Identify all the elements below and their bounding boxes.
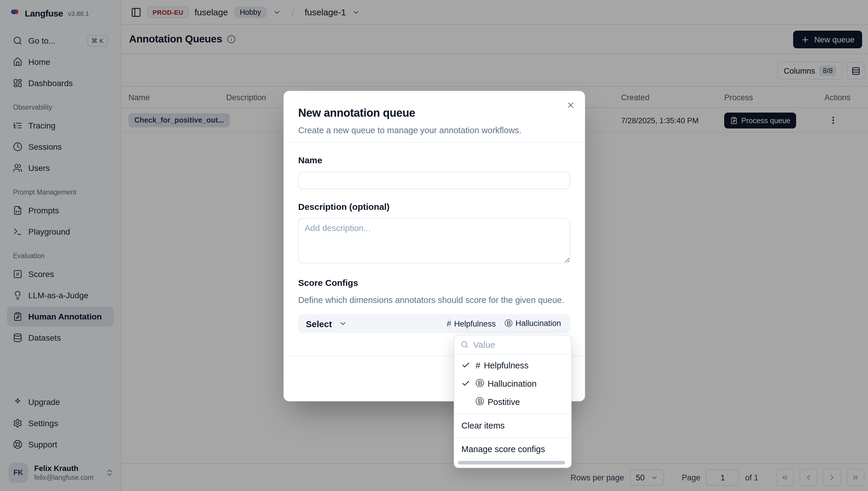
option-label: Helpfulness: [484, 360, 529, 370]
dropdown-search-row: [454, 336, 571, 354]
queue-name-input[interactable]: [298, 172, 570, 189]
score-configs-dropdown: # Helpfulness Ⓑ Hallucination Ⓑ Postitiv…: [454, 335, 572, 468]
score-configs-select[interactable]: Select #Helpfulness ⒷHallucination: [298, 314, 570, 333]
select-trigger[interactable]: Select: [298, 319, 355, 328]
name-field-label: Name: [298, 155, 570, 166]
manage-score-configs-button[interactable]: Manage score configs: [454, 438, 571, 460]
boolean-type-icon: Ⓑ: [476, 396, 484, 407]
selected-config-hallucination: ⒷHallucination: [504, 318, 561, 329]
horizontal-scrollbar-thumb[interactable]: [458, 461, 565, 464]
option-label: Hallucination: [488, 379, 537, 388]
option-label: Postitive: [488, 397, 520, 406]
numeric-type-icon: #: [476, 360, 480, 370]
dialog-subtitle: Create a new queue to manage your annota…: [298, 124, 570, 136]
selected-config-label: Hallucination: [515, 319, 561, 328]
option-hallucination[interactable]: Ⓑ Hallucination: [454, 374, 571, 393]
option-postitive[interactable]: Ⓑ Postitive: [454, 393, 571, 411]
boolean-type-icon: Ⓑ: [504, 319, 512, 328]
clear-items-button[interactable]: Clear items: [454, 414, 571, 437]
select-label: Select: [306, 319, 332, 328]
score-configs-label: Score Configs: [298, 278, 570, 288]
select-divider: [449, 318, 450, 329]
dialog-title: New annotation queue: [298, 106, 570, 121]
description-field-label: Description (optional): [298, 202, 570, 212]
queue-description-textarea[interactable]: [298, 218, 570, 263]
dropdown-options: # Helpfulness Ⓑ Hallucination Ⓑ Postitiv…: [454, 354, 571, 413]
dialog-header-divider: [284, 142, 585, 143]
option-helpfulness[interactable]: # Helpfulness: [454, 356, 571, 374]
app-root: Langfuse v3.86.1 Go to... ⌘ K Home Dashb…: [0, 0, 868, 491]
dropdown-search-input[interactable]: [473, 340, 565, 350]
check-icon: [461, 361, 470, 370]
close-icon[interactable]: [566, 101, 575, 110]
selected-config-label: Helpfulness: [454, 319, 496, 328]
selected-score-configs: #Helpfulness ⒷHallucination: [447, 318, 570, 329]
score-configs-description: Define which dimensions annotators shoul…: [298, 294, 570, 306]
search-icon: [461, 341, 469, 348]
selected-config-helpfulness: #Helpfulness: [447, 319, 496, 328]
check-icon: [461, 379, 470, 388]
chevron-down-icon: [339, 319, 347, 328]
boolean-type-icon: Ⓑ: [476, 378, 484, 389]
